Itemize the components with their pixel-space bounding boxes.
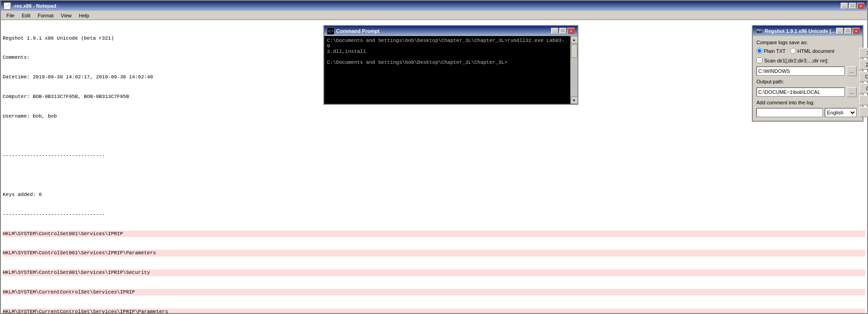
cmd-icon: C:\ — [327, 27, 334, 35]
line-keys-2: HKLM\SYSTEM\ControlSet001\Services\IPRIP… — [3, 250, 865, 256]
cmd-body[interactable]: C:\Documents and Settings\bob\Desktop\Ch… — [324, 36, 570, 104]
first-shot-button[interactable]: 1st shot — [859, 48, 868, 58]
comment-input[interactable] — [756, 108, 823, 117]
second-shot-button[interactable]: 2nd shot — [859, 60, 868, 70]
cmd-title-bar: C:\ Command Prompt _ □ ✕ — [324, 26, 577, 36]
menu-file[interactable]: File — [3, 12, 18, 19]
close-button[interactable]: ✕ — [857, 3, 864, 9]
browse-output-button[interactable]: ... — [847, 87, 857, 97]
cmd-scrollbar[interactable]: ▲ ▼ — [570, 36, 577, 104]
comment-label: Add comment into the log: — [756, 100, 857, 105]
cmd-line-1: C:\Documents and Settings\bob\Desktop\Ch… — [327, 38, 567, 49]
key-line-5: HKLM\SYSTEM\CurrentControlSet\Services\I… — [3, 309, 168, 313]
regshot-icon: 📷 — [756, 27, 763, 35]
left-col: Plain TXT HTML document Scan dir1[;dir2;… — [756, 48, 857, 117]
radio-plain-input[interactable] — [756, 48, 762, 54]
line-10: ---------------------------------- — [3, 211, 865, 217]
language-select[interactable]: English — [825, 108, 857, 117]
notepad-title-bar: 📄 -res.x86 - Notepad _ □ ✕ — [1, 1, 867, 11]
scan-dir-input[interactable] — [756, 67, 845, 76]
title-bar-controls: _ □ ✕ — [841, 3, 864, 9]
menu-view[interactable]: View — [57, 12, 76, 19]
key-line-4: HKLM\SYSTEM\CurrentControlSet\Services\I… — [3, 289, 135, 295]
key-line-1: HKLM\SYSTEM\ControlSet001\Services\IPRIP — [3, 231, 123, 237]
line-5: Username: bob, bob — [3, 113, 865, 119]
scan-dir-checkbox-row: Scan dir1[;dir2;dir3;...;dir nn]: — [756, 57, 857, 63]
cmd-title-left: C:\ Command Prompt — [327, 27, 379, 35]
radio-html: HTML document — [790, 48, 834, 54]
right-col: 1st shot 2nd shot Compare Clear all Quit… — [859, 48, 868, 117]
compare-button[interactable]: Compare — [859, 72, 868, 82]
line-keys-4: HKLM\SYSTEM\CurrentControlSet\Services\I… — [3, 289, 865, 295]
line-7: ---------------------------------- — [3, 152, 865, 159]
cmd-title: Command Prompt — [336, 28, 379, 34]
key-line-3: HKLM\SYSTEM\ControlSet001\Services\IPRIP… — [3, 270, 150, 275]
radio-group: Plain TXT HTML document — [756, 48, 857, 54]
regshot-window: 📷 Regshot 1.9.1 x86 Unicode [... _ □ ✕ C… — [752, 25, 863, 122]
output-input[interactable] — [756, 88, 845, 97]
line-9: Keys added: 6 — [3, 191, 865, 198]
line-6 — [3, 133, 865, 139]
radio-plain: Plain TXT — [756, 48, 786, 54]
cmd-window: C:\ Command Prompt _ □ ✕ C:\Documents an… — [323, 25, 578, 105]
regshot-body: Compare logs save as: Plain TXT HTML doc… — [753, 36, 863, 121]
menu-format[interactable]: Format — [34, 12, 57, 19]
line-keys-3: HKLM\SYSTEM\ControlSet001\Services\IPRIP… — [3, 269, 865, 276]
line-8 — [3, 172, 865, 178]
notepad-title: -res.x86 - Notepad — [13, 3, 56, 9]
output-input-row: ... — [756, 87, 857, 97]
clear-all-button[interactable]: Clear all — [859, 83, 868, 93]
scrollbar-thumb[interactable] — [571, 44, 577, 58]
browse-scan-button[interactable]: ... — [847, 66, 857, 76]
scrollbar-up-button[interactable]: ▲ — [571, 36, 578, 43]
cmd-restore-button[interactable]: □ — [559, 28, 567, 34]
menu-bar: File Edit Format View Help — [1, 11, 867, 20]
regshot-title-bar: 📷 Regshot 1.9.1 x86 Unicode [... _ □ ✕ — [753, 26, 863, 36]
cmd-content-area: C:\Documents and Settings\bob\Desktop\Ch… — [324, 36, 577, 104]
quit-button[interactable]: Quit — [859, 95, 868, 105]
line-keys-1: HKLM\SYSTEM\ControlSet001\Services\IPRIP — [3, 231, 865, 237]
compare-label: Compare logs save as: — [756, 40, 859, 45]
cmd-close-button[interactable]: ✕ — [567, 28, 575, 34]
regshot-minimize-button[interactable]: _ — [836, 28, 843, 34]
menu-edit[interactable]: Edit — [18, 12, 34, 19]
title-bar-left: 📄 -res.x86 - Notepad — [4, 2, 56, 10]
scan-dir-checkbox[interactable] — [756, 57, 762, 63]
menu-help[interactable]: Help — [75, 12, 93, 19]
two-col-layout: Plain TXT HTML document Scan dir1[;dir2;… — [756, 48, 859, 117]
radio-html-label: HTML document — [797, 48, 834, 54]
cmd-line-3 — [327, 54, 567, 60]
regshot-close-button[interactable]: ✕ — [853, 28, 860, 34]
about-button[interactable]: About — [859, 107, 868, 117]
line-keys-5: HKLM\SYSTEM\CurrentControlSet\Services\I… — [3, 309, 865, 313]
regshot-title-left: 📷 Regshot 1.9.1 x86 Unicode [... — [756, 27, 835, 35]
scrollbar-track — [571, 43, 577, 97]
cmd-line-2: 2.dll,install — [327, 49, 567, 54]
regshot-title-controls: _ □ ✕ — [836, 28, 860, 34]
radio-html-input[interactable] — [790, 48, 796, 54]
minimize-button[interactable]: _ — [841, 3, 848, 9]
notepad-icon: 📄 — [4, 2, 11, 10]
cmd-minimize-button[interactable]: _ — [551, 28, 558, 34]
cmd-title-controls: _ □ ✕ — [551, 28, 575, 34]
cmd-line-4: C:\Documents and Settings\bob\Desktop\Ch… — [327, 60, 567, 65]
scrollbar-down-button[interactable]: ▼ — [571, 97, 578, 104]
scan-dir-label: Scan dir1[;dir2;dir3;...;dir nn]: — [764, 58, 828, 63]
key-line-2: HKLM\SYSTEM\ControlSet001\Services\IPRIP… — [3, 250, 156, 256]
regshot-restore-button[interactable]: □ — [844, 28, 852, 34]
maximize-button[interactable]: □ — [849, 3, 856, 9]
regshot-title: Regshot 1.9.1 x86 Unicode [... — [765, 28, 835, 34]
scan-dir-input-row: ... — [756, 66, 857, 76]
radio-plain-label: Plain TXT — [764, 48, 786, 54]
output-label: Output path: — [756, 79, 857, 84]
comment-row: English — [756, 108, 857, 117]
